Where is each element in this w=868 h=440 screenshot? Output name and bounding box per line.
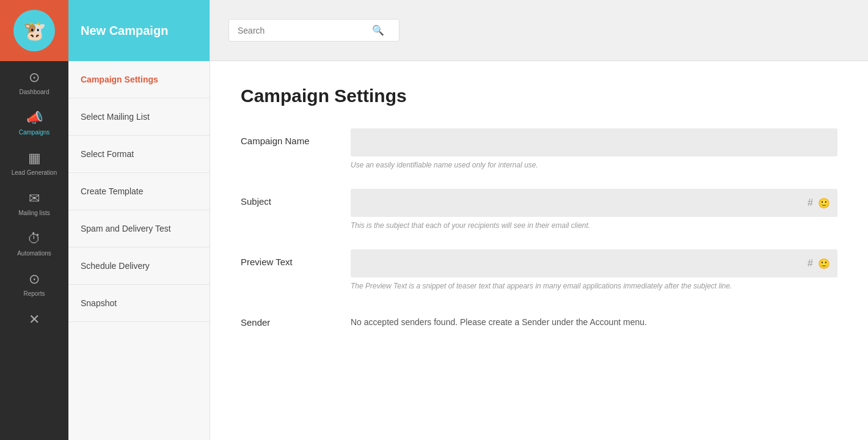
wizard-step-label-snapshot: Snapshot	[81, 298, 117, 308]
form-row-preview-text: Preview Text # 🙂 The Preview Text is a s…	[241, 249, 837, 290]
nav-item-mailing-lists[interactable]: ✉ Mailing lists	[0, 182, 68, 222]
content-area: Campaign Settings Campaign Name Use an e…	[210, 61, 868, 440]
nav-item-integrations[interactable]: ✕	[0, 303, 68, 337]
campaigns-icon: 📣	[26, 110, 43, 126]
form-row-sender: Sender No accepted senders found. Please…	[241, 310, 837, 328]
nav-item-campaigns[interactable]: 📣 Campaigns	[0, 101, 68, 142]
wizard-header: New Campaign	[68, 0, 210, 61]
nav-label-reports: Reports	[23, 290, 45, 297]
wizard-step-snapshot[interactable]: Snapshot	[68, 285, 210, 322]
automations-icon: ⏱	[27, 231, 41, 247]
left-nav: 🐮 ⊙ Dashboard 📣 Campaigns ▦ Lead Generat…	[0, 0, 68, 440]
hash-icon: #	[808, 197, 813, 209]
sender-text: No accepted senders found. Please create…	[351, 310, 837, 327]
logo-icon: 🐮	[13, 10, 55, 51]
nav-label-dashboard: Dashboard	[20, 89, 49, 95]
subject-input-wrapper: # 🙂	[351, 189, 837, 217]
wizard-step-schedule-delivery[interactable]: Schedule Delivery	[68, 248, 210, 285]
wizard-step-label-create-template: Create Template	[81, 186, 143, 196]
lead-generation-icon: ▦	[28, 150, 41, 166]
field-sender: No accepted senders found. Please create…	[351, 310, 837, 327]
emoji-icon: 🙂	[818, 197, 830, 209]
wizard-step-select-format[interactable]: Select Format	[68, 136, 210, 173]
label-subject: Subject	[241, 189, 351, 207]
search-input[interactable]	[238, 26, 372, 35]
reports-icon: ⊙	[29, 271, 40, 287]
nav-label-campaigns: Campaigns	[19, 129, 50, 136]
nav-label-lead-generation: Lead Generation	[12, 169, 57, 176]
wizard-nav: New Campaign Campaign Settings Select Ma…	[68, 0, 210, 440]
label-preview-text: Preview Text	[241, 249, 351, 267]
preview-text-input-icons: # 🙂	[808, 258, 830, 270]
form-row-subject: Subject # 🙂 This is the subject that eac…	[241, 189, 837, 230]
wizard-step-spam-delivery-test[interactable]: Spam and Delivery Test	[68, 210, 210, 248]
form-row-campaign-name: Campaign Name Use an easily identifiable…	[241, 128, 837, 169]
preview-text-input[interactable]	[351, 249, 837, 277]
wizard-step-label-select-mailing-list: Select Mailing List	[81, 112, 150, 122]
preview-text-input-wrapper: # 🙂	[351, 249, 837, 277]
nav-label-automations: Automations	[17, 250, 51, 257]
nav-label-mailing-lists: Mailing lists	[18, 210, 50, 216]
nav-item-dashboard[interactable]: ⊙ Dashboard	[0, 61, 68, 101]
field-subject: # 🙂 This is the subject that each of you…	[351, 189, 837, 230]
integrations-icon: ✕	[29, 312, 40, 328]
mailing-lists-icon: ✉	[29, 191, 40, 207]
dashboard-icon: ⊙	[29, 70, 40, 86]
main-area: 🔍 Campaign Settings Campaign Name Use an…	[210, 0, 868, 440]
nav-item-lead-generation[interactable]: ▦ Lead Generation	[0, 142, 68, 182]
campaign-name-input[interactable]	[351, 128, 837, 156]
hash-icon-preview: #	[808, 258, 813, 270]
hint-subject: This is the subject that each of your re…	[351, 221, 837, 230]
logo-area: 🐮	[0, 0, 68, 61]
wizard-step-label-spam-delivery-test: Spam and Delivery Test	[81, 224, 171, 233]
hint-campaign-name: Use an easily identifiable name used onl…	[351, 161, 837, 169]
page-title: Campaign Settings	[241, 86, 837, 106]
wizard-step-select-mailing-list[interactable]: Select Mailing List	[68, 98, 210, 136]
wizard-step-label-campaign-settings: Campaign Settings	[81, 75, 158, 84]
emoji-icon-preview: 🙂	[818, 258, 830, 270]
wizard-title: New Campaign	[81, 24, 168, 38]
top-bar: 🔍	[210, 0, 868, 61]
nav-item-automations[interactable]: ⏱ Automations	[0, 222, 68, 263]
wizard-step-label-select-format: Select Format	[81, 149, 134, 159]
field-campaign-name: Use an easily identifiable name used onl…	[351, 128, 837, 169]
nav-item-reports[interactable]: ⊙ Reports	[0, 263, 68, 303]
wizard-step-label-schedule-delivery: Schedule Delivery	[81, 261, 150, 271]
label-sender: Sender	[241, 310, 351, 328]
subject-input[interactable]	[351, 189, 837, 217]
search-box[interactable]: 🔍	[228, 19, 399, 42]
hint-preview-text: The Preview Text is a snippet of teaser …	[351, 282, 837, 290]
subject-input-icons: # 🙂	[808, 197, 830, 209]
label-campaign-name: Campaign Name	[241, 128, 351, 146]
search-icon: 🔍	[372, 24, 384, 36]
wizard-step-create-template[interactable]: Create Template	[68, 173, 210, 210]
wizard-step-campaign-settings[interactable]: Campaign Settings	[68, 61, 210, 98]
field-preview-text: # 🙂 The Preview Text is a snippet of tea…	[351, 249, 837, 290]
